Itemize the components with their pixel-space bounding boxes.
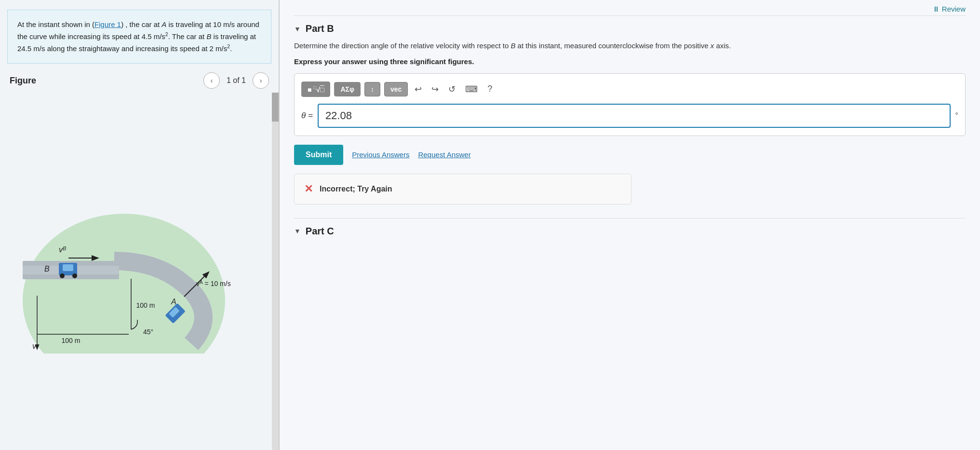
feedback-text: Incorrect; Try Again bbox=[320, 185, 392, 193]
figure-link[interactable]: Figure 1 bbox=[94, 20, 121, 28]
toolbar: ■ □√□ AΣφ ↕ vec ↩ ↪ ↺ ⌨ ? bbox=[301, 82, 958, 97]
request-answer-link[interactable]: Request Answer bbox=[418, 150, 470, 159]
A-label: A bbox=[171, 298, 176, 306]
theta-label: θ = bbox=[301, 111, 313, 121]
angle-label: 45° bbox=[143, 328, 153, 336]
feedback-box: ✕ Incorrect; Try Again bbox=[294, 174, 631, 205]
figure-svg: vB vA = 10 m/s B A 100 m 100 m bbox=[13, 190, 259, 354]
part-b-description: Determine the direction angle of the rel… bbox=[294, 40, 966, 52]
answer-input[interactable] bbox=[318, 104, 951, 128]
review-link-container: ⏸ Review bbox=[280, 0, 980, 15]
help-button[interactable]: ? bbox=[484, 82, 495, 96]
prev-figure-button[interactable]: ‹ bbox=[203, 72, 220, 89]
part-b-header: ▼ Part B bbox=[294, 15, 966, 40]
svg-rect-4 bbox=[63, 264, 73, 271]
input-row: θ = ° bbox=[301, 104, 958, 128]
keyboard-button[interactable]: ⌨ bbox=[462, 82, 481, 96]
math-button[interactable]: ■ □√□ bbox=[301, 82, 330, 97]
answer-box: ■ □√□ AΣφ ↕ vec ↩ ↪ ↺ ⌨ ? θ = ° bbox=[294, 73, 966, 136]
part-c-label: Part C bbox=[306, 226, 334, 237]
part-b-section: ▼ Part B Determine the direction angle o… bbox=[280, 15, 980, 205]
action-row: Submit Previous Answers Request Answer bbox=[294, 145, 966, 165]
degree-symbol: ° bbox=[955, 111, 958, 120]
refresh-button[interactable]: ↺ bbox=[445, 82, 458, 96]
problem-text-box: At the instant shown in (Figure 1) , the… bbox=[7, 10, 271, 64]
figure-nav: Figure ‹ 1 of 1 › bbox=[0, 68, 279, 93]
incorrect-icon: ✕ bbox=[304, 183, 313, 195]
redo-button[interactable]: ↪ bbox=[429, 82, 442, 96]
scrollbar-thumb[interactable] bbox=[272, 93, 279, 122]
svg-point-6 bbox=[72, 273, 77, 278]
scrollbar-track[interactable] bbox=[272, 93, 279, 450]
part-c-section: ▼ Part C bbox=[280, 218, 980, 237]
dim-100m-horiz: 100 m bbox=[62, 337, 81, 344]
page-indicator: 1 of 1 bbox=[227, 76, 246, 85]
B-label: B bbox=[44, 265, 50, 273]
vec-button[interactable]: vec bbox=[384, 82, 408, 96]
part-c-header: ▼ Part C bbox=[294, 218, 966, 237]
symbol-button[interactable]: AΣφ bbox=[334, 82, 361, 96]
right-panel: ⏸ Review ▼ Part B Determine the directio… bbox=[280, 0, 980, 450]
next-figure-button[interactable]: › bbox=[253, 72, 269, 89]
dim-100m-vert: 100 m bbox=[136, 301, 155, 309]
express-instruction: Express your answer using three signific… bbox=[294, 57, 966, 66]
arrow-button[interactable]: ↕ bbox=[364, 82, 380, 96]
v-label: v bbox=[32, 342, 37, 350]
math-icon: ■ bbox=[308, 86, 311, 94]
svg-point-5 bbox=[60, 273, 65, 278]
figure-svg-container: vB vA = 10 m/s B A 100 m 100 m bbox=[0, 93, 272, 450]
pause-icon: ⏸ bbox=[932, 5, 940, 13]
part-b-label: Part B bbox=[306, 23, 334, 34]
figure-label: Figure bbox=[10, 76, 197, 86]
chevron-down-icon[interactable]: ▼ bbox=[294, 25, 301, 33]
submit-button[interactable]: Submit bbox=[294, 145, 343, 165]
undo-button[interactable]: ↩ bbox=[412, 82, 425, 96]
figure-area: vB vA = 10 m/s B A 100 m 100 m bbox=[0, 93, 279, 450]
left-panel: At the instant shown in (Figure 1) , the… bbox=[0, 0, 280, 450]
chevron-down-icon-c[interactable]: ▼ bbox=[294, 227, 301, 235]
previous-answers-link[interactable]: Previous Answers bbox=[352, 150, 409, 159]
review-link[interactable]: ⏸ Review bbox=[932, 5, 966, 13]
